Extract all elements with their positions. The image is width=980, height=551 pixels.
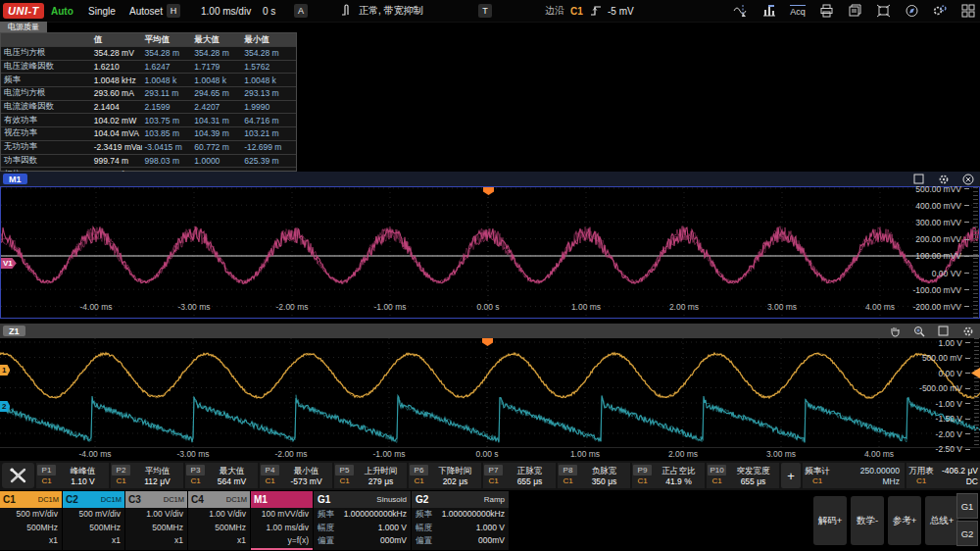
drag-hand-icon[interactable] [888, 325, 901, 337]
measurement-value: 279 μs [368, 476, 394, 486]
autoset-button[interactable]: Autoset [123, 0, 169, 22]
window-icon[interactable] [937, 325, 950, 337]
quick-add-button[interactable]: 参考+ [888, 496, 921, 545]
trigger-level[interactable]: -5 mV [608, 0, 634, 22]
measurement-source: C1 [116, 476, 125, 486]
channel-tile-c1[interactable]: C1DC1M500 mV/div500MHzx1 [0, 491, 62, 550]
channel-header: C3DC1M [125, 491, 187, 508]
measure-value: 354.28 m [241, 48, 296, 58]
tools-icon [9, 467, 28, 484]
trigger-type[interactable]: 边沿 [545, 0, 564, 22]
z1-axis-label: -3.00 ms [176, 449, 209, 459]
close-icon[interactable] [961, 173, 974, 185]
zoom-pane-titlebar[interactable]: Z1 [0, 324, 980, 338]
measure-row[interactable]: 电压波峰因数1.62101.62471.71791.5762 [1, 60, 296, 74]
measure-value: -12.699 m [241, 142, 296, 152]
measure-row[interactable]: 电压均方根354.28 mV354.28 m354.28 m354.28 m [1, 46, 296, 60]
channel-name: C4 [191, 494, 204, 505]
freq-counter[interactable]: 频率计 C1 250.00000 MHz [803, 463, 905, 488]
quick-add-button[interactable]: 总线+ [925, 496, 958, 545]
z1-scale-label: -1.50 V [894, 414, 962, 424]
measure-row[interactable]: 电流波峰因数2.14042.15992.42071.9990 [1, 100, 296, 114]
cursor-waveform-icon[interactable] [733, 3, 749, 19]
timebase-scale[interactable]: 1.00 ms/div [201, 0, 251, 22]
timebase-offset[interactable]: 0 s [263, 0, 275, 22]
utility-icon[interactable] [932, 3, 948, 19]
acq-icon[interactable]: Acq [790, 3, 806, 19]
measurement-item[interactable]: P2C1平均值112 μV [111, 463, 183, 488]
measurement-item[interactable]: P4C1最小值-573 mV [260, 463, 332, 488]
settings-icon[interactable] [961, 325, 974, 337]
navigate-icon[interactable] [904, 3, 919, 19]
measurement-item[interactable]: P3C1最大值564 mV [185, 463, 258, 488]
channel-setting: 500MHz [0, 522, 62, 535]
measure-header-cell: 值 [91, 34, 142, 46]
measurement-id-column: P1C1 [36, 463, 57, 488]
measure-row[interactable]: 频率1.0048 kHz1.0048 k1.0048 k1.0048 k [1, 73, 296, 86]
generator-tile-g2[interactable]: G2Ramp频率1.000000000kHz幅度1.000 V偏置000mV [412, 491, 509, 550]
horizontal-key[interactable]: H [167, 4, 180, 18]
zoom-in-icon[interactable] [912, 325, 925, 337]
tools-button[interactable] [2, 463, 34, 488]
math-pane-titlebar[interactable]: M1 [0, 172, 980, 186]
zoom-pane-badge[interactable]: Z1 [3, 326, 25, 336]
measure-row[interactable]: 电流均方根293.60 mA293.11 m294.65 m293.13 m [1, 86, 296, 100]
measurement-label: 峰峰值 [71, 466, 96, 476]
measurement-item[interactable]: P5C1上升时间279 μs [334, 463, 407, 488]
measure-value: 1.6210 [91, 62, 142, 72]
quick-add-button[interactable]: 数学- [851, 496, 884, 545]
measurement-id-badge: P8 [559, 465, 577, 476]
measurement-item[interactable]: P10C1突发宽度655 μs [707, 463, 779, 488]
measure-row[interactable]: 有效功率104.02 mW103.75 m104.31 m64.716 m [1, 113, 296, 126]
single-button[interactable]: Single [82, 0, 122, 22]
generator-setting-label: 频率 [416, 508, 432, 522]
measurement-item[interactable]: P1C1峰峰值1.10 V [36, 463, 109, 488]
acquire-key[interactable]: A [294, 4, 308, 18]
channel-setting: 500MHz [63, 522, 124, 535]
math-pane-badge[interactable]: M1 [3, 174, 27, 184]
channel-tile-c4[interactable]: C4DC1M1.00 V/div500MHzx1 [188, 491, 250, 550]
storage-icon[interactable] [847, 3, 862, 19]
measure-row[interactable]: 视在功率104.04 mVA103.85 m104.39 m103.21 m [1, 126, 296, 140]
measurement-item[interactable]: P7C1正脉宽655 μs [483, 463, 556, 488]
measurement-text-column: 最大值564 mV [206, 463, 258, 488]
measure-row-label: 电压均方根 [1, 47, 91, 59]
measurement-item[interactable]: P8C1负脉宽350 μs [558, 463, 630, 488]
measure-icon[interactable] [761, 3, 777, 19]
z1-scale-tick [965, 388, 970, 389]
trigger-source[interactable]: C1 [570, 0, 583, 22]
trigger-key[interactable]: T [478, 4, 492, 18]
measure-panel-tab[interactable]: 电源质量 [0, 22, 47, 32]
generator-tile-g1[interactable]: G1Sinusoid频率1.000000000kHz幅度1.000 V偏置000… [314, 491, 411, 550]
measurement-item[interactable]: P9C1正占空比41.9 % [632, 463, 705, 488]
channel-tile-c3[interactable]: C3DC1M1.00 V/div500MHzx1 [125, 491, 187, 550]
measure-row[interactable]: 无功功率-2.3419 mVar-3.0415 m60.772 m-12.699… [1, 140, 296, 154]
measurement-text-column: 下降时间202 μs [429, 463, 481, 488]
generator-header: G1Sinusoid [314, 491, 411, 508]
run-mode-button[interactable]: Auto [45, 0, 79, 22]
print-icon[interactable] [818, 3, 834, 19]
dvm-readout[interactable]: 万用表 C1 -406.2 μV DC [906, 463, 980, 488]
math-tile-m1[interactable]: M1100 mVV/div1.00 ms/divy=f(x) [251, 491, 313, 550]
measure-row[interactable]: 功率因数999.74 m998.03 m1.0000625.39 m [1, 154, 296, 168]
measure-value: -2.3419 mVar [91, 142, 142, 152]
m1-scale-tick [964, 273, 969, 274]
measure-value: 625.39 m [241, 156, 296, 166]
display-icon[interactable] [875, 3, 891, 19]
measure-value: 1.0048 k [241, 75, 296, 85]
acquire-info[interactable]: 正常, 带宽抑制 [359, 0, 423, 22]
zoom-plot-area[interactable]: 1.00 V500.00 mV0.00 V-500.00 mV-1.00 V-1… [0, 338, 980, 448]
z1-axis-label: -4.00 ms [78, 449, 111, 459]
quick-add-button[interactable]: 解码+ [813, 496, 847, 545]
add-measurement-button[interactable]: + [781, 463, 801, 488]
math-plot-area[interactable]: 500.00 mVV400.00 mVV300.00 mVV200.00 mVV… [0, 186, 980, 319]
menu-grid-icon[interactable] [960, 3, 976, 19]
m1-scale-tick [964, 222, 969, 223]
measurement-item[interactable]: P6C1下降时间202 μs [409, 463, 481, 488]
measurement-value: 350 μs [592, 476, 617, 486]
generator-setting-value: 1.000000000kHz [344, 508, 407, 522]
gen-side-button-g1[interactable]: G1 [956, 493, 978, 519]
channel-setting: 500 mV/div [0, 508, 62, 522]
gen-side-button-g2[interactable]: G2 [956, 521, 978, 546]
channel-tile-c2[interactable]: C2DC1M500 mV/div500MHzx1 [63, 491, 124, 550]
